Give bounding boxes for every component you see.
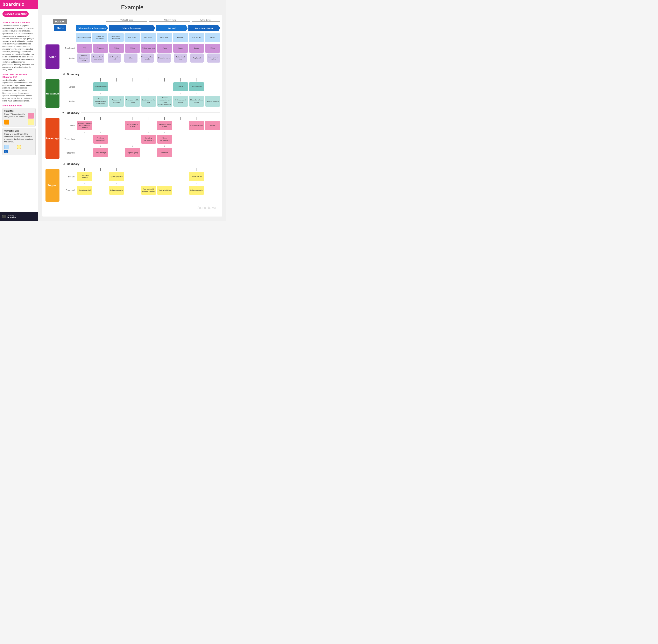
- reception-action-7: Between meal service: [173, 96, 188, 107]
- backstage-tech-3: [109, 135, 124, 144]
- phase-label: Phase: [54, 25, 66, 31]
- touchpoint-3: Usher: [109, 44, 124, 53]
- backstage-device-2: [93, 121, 108, 130]
- support-system-6: [157, 172, 172, 181]
- connection-widget: Connection Line Press 'L' to quickly sel…: [2, 128, 36, 155]
- touchpoint-2: Telephone: [93, 44, 108, 53]
- touchpoint-label: Touchpoint: [61, 44, 76, 53]
- phase-btn-4: Leave the restaurant: [188, 25, 220, 31]
- backstage-device-1: Release restaurant information on platfo…: [77, 121, 92, 130]
- step-9: Leave: [205, 33, 220, 42]
- reception-action-5: Lead users to the seat: [141, 96, 156, 107]
- backstage-device-8: Billing settlement: [189, 121, 204, 130]
- backstage-tech-8: [189, 135, 204, 144]
- backstage-label: Backstage: [45, 118, 60, 159]
- backstage-tech-connectors: ↓ ↓ ↓ ↓: [61, 131, 220, 134]
- conn-line: [10, 147, 16, 147]
- support-personnel-label: Personnel: [61, 186, 76, 195]
- boundary-1-line: [81, 74, 220, 74]
- backstage-personnel-5: [141, 148, 156, 157]
- phase-btn-2: Arrive at the restaurant: [109, 25, 155, 31]
- backstage-tech-7: [173, 135, 188, 144]
- reception-connectors-mid: ↓ ↓ ↓: [61, 92, 220, 95]
- touchpoint-7: Waiter: [173, 44, 188, 53]
- user-action-9: Leave a review online: [207, 53, 220, 63]
- backstage-device-5: [141, 121, 156, 130]
- sidebar-section3-title: More helpful tools: [2, 105, 36, 107]
- backstage-device-label: Device: [61, 121, 76, 130]
- boundary-3-line: [81, 164, 220, 164]
- touchpoint-9: Usher: [205, 44, 220, 53]
- backstage-personnel-4: Logistics group: [125, 148, 140, 157]
- backstage-personnel-7: [173, 148, 188, 157]
- backstage-personnel-9: [205, 148, 220, 157]
- sidebar-panel-title: Service Blueprint: [2, 11, 29, 17]
- sticky-yellow: [28, 119, 34, 125]
- step-7: Eat food: [173, 33, 188, 42]
- backstage-device-3: [109, 121, 124, 130]
- support-personnel-3: Software supplier: [109, 186, 124, 195]
- support-personnel-9: [205, 186, 220, 195]
- footer-template-text: Template by: [7, 214, 18, 216]
- user-action-1: Check the distance and rating: [77, 53, 90, 63]
- reception-action-2: Answer questions/take reservations: [93, 96, 108, 107]
- support-personnel-1: Operational staff: [77, 186, 92, 195]
- support-system-3: Queuing system: [109, 172, 124, 181]
- reception-action-6: Process introduction and menu recommenda…: [157, 96, 172, 107]
- support-connectors-top: [61, 168, 220, 171]
- support-system-7: [173, 172, 188, 181]
- touchpoint-8: Cashier: [189, 44, 204, 53]
- backstage-section: Backstage: [44, 117, 220, 160]
- conn-key: L: [4, 150, 8, 153]
- duration-row: Duration Within 60 mins Within 60 mins W…: [44, 19, 220, 24]
- sticky-note-widget: Sticky Note Press 'N' to quickly add a s…: [2, 108, 36, 127]
- blueprint-canvas: Duration Within 60 mins Within 60 mins W…: [42, 15, 222, 216]
- support-system-4: [125, 172, 140, 181]
- touchpoint-6: Menu: [157, 44, 172, 53]
- reception-label: Reception: [45, 79, 60, 108]
- watermark: boardmix: [44, 203, 220, 212]
- step-4: Wait in line: [124, 33, 140, 42]
- sidebar-footer: ⬛ Template by boardmix: [0, 212, 38, 221]
- step-2: Choose the restaurant: [92, 33, 108, 42]
- backstage-tech-6: Kitchen management: [157, 135, 172, 144]
- duration-span-1: Within 60 mins: [120, 19, 133, 21]
- user-action-3: Ask if there is a seat: [108, 53, 121, 63]
- step-6: Order food: [157, 33, 172, 42]
- sticky-note-title: Sticky Note: [4, 110, 34, 112]
- boundary-1-label: Boundary: [67, 73, 80, 76]
- support-personnel-connectors: ↓ ↓ ↓: [61, 182, 220, 185]
- user-section: User Touchpoint APP Telephone Usher Ushe…: [44, 44, 220, 70]
- boundary-3-icon: 🖥: [62, 162, 65, 165]
- backstage-personnel-3: [109, 148, 124, 157]
- reception-device-4: [125, 82, 140, 91]
- main-content: Example Duration Within 60 mins Within 6…: [38, 0, 226, 221]
- backstage-device-7: [173, 121, 188, 130]
- reception-action-4: Arrange a seat for users: [125, 96, 140, 107]
- reception-device-3: [109, 82, 124, 91]
- boundary-2-icon: 👁: [62, 111, 65, 114]
- boundary-2-label: Boundary: [67, 111, 80, 114]
- user-action-7: Eat ordered food: [174, 53, 187, 63]
- reception-action-9: Farewell customer: [205, 96, 220, 107]
- support-system-8: Cashier system: [189, 172, 204, 181]
- user-action-6: Check the menu: [157, 53, 171, 63]
- support-label: Support: [45, 169, 60, 202]
- backstage-tech-label: Technology: [61, 135, 76, 144]
- support-personnel-2: [93, 186, 108, 195]
- footer-brand: boardmix: [7, 216, 18, 218]
- touchpoint-5: Usher, table card: [141, 44, 156, 53]
- user-action-8: Pay the bill: [190, 53, 204, 63]
- page-title: Example: [42, 4, 222, 11]
- reception-action-1: [77, 96, 92, 107]
- touchpoint-1: APP: [77, 44, 92, 53]
- phase-row: Phase Before arriving at the restaurant …: [44, 25, 220, 31]
- reception-device-1: [77, 82, 92, 91]
- support-section: Support: [44, 168, 220, 203]
- steps-row: Find the restaurant Choose the restauran…: [44, 33, 220, 42]
- sidebar: boardmix Service Blueprint What is Servi…: [0, 0, 38, 221]
- user-action-4: Wait: [124, 53, 137, 63]
- reception-device-8: POS machine: [189, 82, 204, 91]
- boundary-3-label: Boundary: [67, 162, 80, 165]
- backstage-personnel-8: [189, 148, 204, 157]
